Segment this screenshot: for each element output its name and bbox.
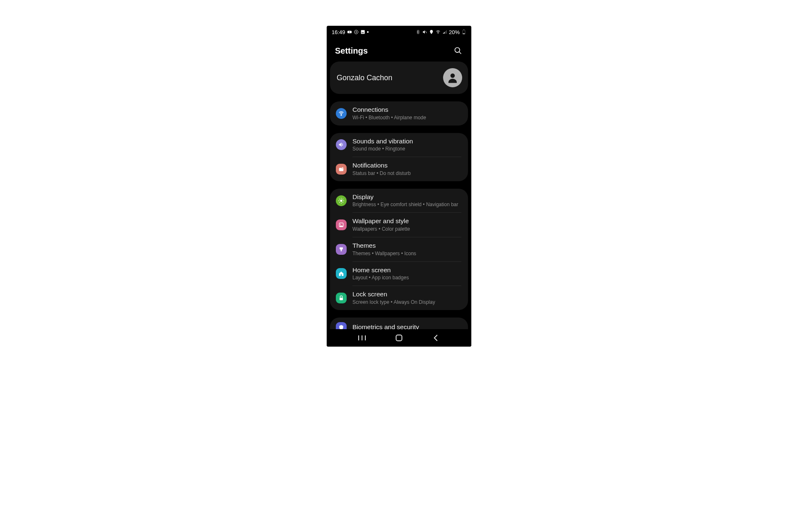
- android-nav-bar: [327, 329, 471, 347]
- item-title: Connections: [352, 106, 461, 114]
- item-title: Display: [352, 193, 461, 201]
- wifi-circle-icon: [336, 108, 347, 119]
- svg-marker-3: [356, 31, 357, 33]
- item-title: Biometrics and security: [352, 323, 461, 329]
- brightness-icon: [336, 195, 347, 206]
- page-title: Settings: [335, 46, 368, 56]
- notifications-icon: [336, 164, 347, 175]
- settings-group-connections: Connections Wi-Fi • Bluetooth • Airplane…: [330, 101, 468, 126]
- status-time: 16:49: [332, 29, 345, 35]
- svg-rect-11: [445, 31, 446, 34]
- profile-name: Gonzalo Cachon: [337, 74, 392, 82]
- settings-scroll-area[interactable]: Settings Gonzalo Cachon Connections Wi-F…: [327, 38, 471, 329]
- settings-item-themes[interactable]: Themes Themes • Wallpapers • Icons: [330, 237, 468, 261]
- svg-point-32: [340, 224, 341, 225]
- svg-rect-14: [463, 33, 465, 34]
- settings-item-wallpaper[interactable]: Wallpaper and style Wallpapers • Color p…: [330, 213, 468, 237]
- svg-rect-15: [463, 30, 464, 30]
- item-subtitle: Status bar • Do not disturb: [352, 170, 461, 177]
- settings-group-security: Biometrics and security: [330, 318, 468, 329]
- more-notif-icon: •: [367, 29, 369, 35]
- svg-point-21: [342, 167, 343, 169]
- status-bar: 16:49 in •: [327, 26, 471, 38]
- settings-group-sound: Sounds and vibration Sound mode • Ringto…: [330, 133, 468, 181]
- settings-group-display: Display Brightness • Eye comfort shield …: [330, 189, 468, 310]
- item-title: Themes: [352, 242, 461, 250]
- svg-line-29: [339, 202, 340, 202]
- item-title: Wallpaper and style: [352, 217, 461, 225]
- recents-button[interactable]: [350, 335, 374, 341]
- svg-line-17: [459, 52, 461, 54]
- item-subtitle: Wallpapers • Color palette: [352, 226, 461, 232]
- settings-item-sounds[interactable]: Sounds and vibration Sound mode • Ringto…: [330, 133, 468, 157]
- volume-icon: [336, 139, 347, 150]
- item-subtitle: Screen lock type • Always On Display: [352, 299, 461, 305]
- profile-card[interactable]: Gonzalo Cachon: [330, 62, 468, 94]
- phone-frame: 16:49 in •: [327, 26, 471, 347]
- item-subtitle: Brightness • Eye comfort shield • Naviga…: [352, 202, 461, 208]
- home-button[interactable]: [387, 334, 411, 342]
- item-subtitle: Sound mode • Ringtone: [352, 146, 461, 152]
- item-title: Sounds and vibration: [352, 138, 461, 145]
- battery-saver-icon: [416, 30, 421, 34]
- svg-rect-38: [396, 335, 402, 341]
- item-subtitle: Themes • Wallpapers • Icons: [352, 251, 461, 257]
- svg-text:in: in: [362, 31, 364, 34]
- svg-line-28: [342, 202, 343, 202]
- youtube-icon: [347, 30, 352, 34]
- item-title: Notifications: [352, 162, 461, 170]
- svg-point-18: [451, 74, 455, 78]
- svg-rect-9: [443, 33, 444, 34]
- settings-item-connections[interactable]: Connections Wi-Fi • Bluetooth • Airplane…: [330, 101, 468, 126]
- location-icon: [429, 30, 434, 34]
- svg-point-8: [438, 33, 438, 34]
- item-subtitle: Wi-Fi • Bluetooth • Airplane mode: [352, 115, 461, 121]
- linkedin-icon: in: [360, 30, 365, 34]
- back-button[interactable]: [424, 334, 448, 342]
- item-subtitle: Layout • App icon badges: [352, 275, 461, 281]
- wifi-icon: [436, 30, 441, 34]
- settings-item-home-screen[interactable]: Home screen Layout • App icon badges: [330, 262, 468, 286]
- settings-item-biometrics[interactable]: Biometrics and security: [330, 318, 468, 329]
- themes-icon: [336, 244, 347, 255]
- battery-percentage: 20%: [449, 29, 460, 35]
- settings-header: Settings: [328, 38, 470, 62]
- svg-line-27: [339, 199, 340, 199]
- home-icon: [336, 268, 347, 279]
- shield-icon: [336, 322, 347, 329]
- search-button[interactable]: [453, 46, 463, 56]
- svg-rect-33: [341, 249, 342, 251]
- settings-item-notifications[interactable]: Notifications Status bar • Do not distur…: [330, 157, 468, 181]
- avatar: [443, 68, 462, 87]
- svg-rect-10: [444, 32, 445, 34]
- svg-point-16: [455, 48, 460, 53]
- lock-icon: [336, 293, 347, 303]
- signal-icon: [442, 30, 447, 34]
- svg-rect-34: [340, 298, 343, 300]
- svg-point-19: [341, 115, 342, 116]
- app-notif-icon: [354, 30, 359, 34]
- item-title: Home screen: [352, 266, 461, 274]
- svg-rect-12: [446, 30, 447, 34]
- settings-item-display[interactable]: Display Brightness • Eye comfort shield …: [330, 189, 468, 213]
- settings-item-lock-screen[interactable]: Lock screen Screen lock type • Always On…: [330, 286, 468, 310]
- wallpaper-icon: [336, 219, 347, 230]
- battery-icon: [461, 30, 466, 34]
- svg-line-7: [425, 31, 426, 33]
- mute-icon: [422, 30, 427, 34]
- item-title: Lock screen: [352, 291, 461, 298]
- svg-line-30: [342, 199, 343, 199]
- svg-point-22: [340, 200, 342, 202]
